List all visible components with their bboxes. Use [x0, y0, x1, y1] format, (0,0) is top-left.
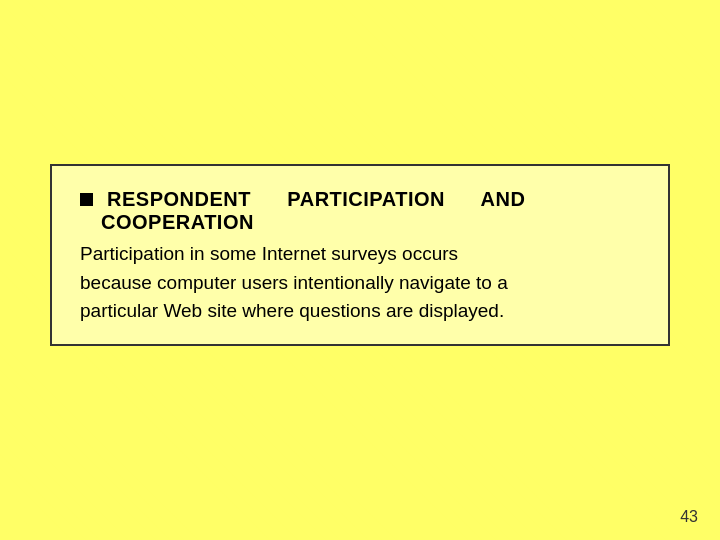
- title-spacer1: [257, 188, 281, 210]
- body-text: Participation in some Internet surveys o…: [80, 240, 640, 326]
- page-number: 43: [680, 508, 698, 526]
- title-and: AND: [481, 188, 526, 210]
- title-spacer2: [451, 188, 475, 210]
- title-respondent: RESPONDENT: [107, 188, 251, 210]
- section-title: RESPONDENT PARTICIPATION AND COOPERATION: [80, 188, 640, 234]
- body-line2: because computer users intentionally nav…: [80, 272, 508, 293]
- title-cooperation: COOPERATION: [80, 211, 254, 233]
- slide-background: RESPONDENT PARTICIPATION AND COOPERATION…: [0, 0, 720, 540]
- title-participation: PARTICIPATION: [287, 188, 445, 210]
- body-line1: Participation in some Internet surveys o…: [80, 243, 458, 264]
- body-line3: particular Web site where questions are …: [80, 300, 504, 321]
- content-box: RESPONDENT PARTICIPATION AND COOPERATION…: [50, 164, 670, 346]
- bullet-icon: [80, 193, 93, 206]
